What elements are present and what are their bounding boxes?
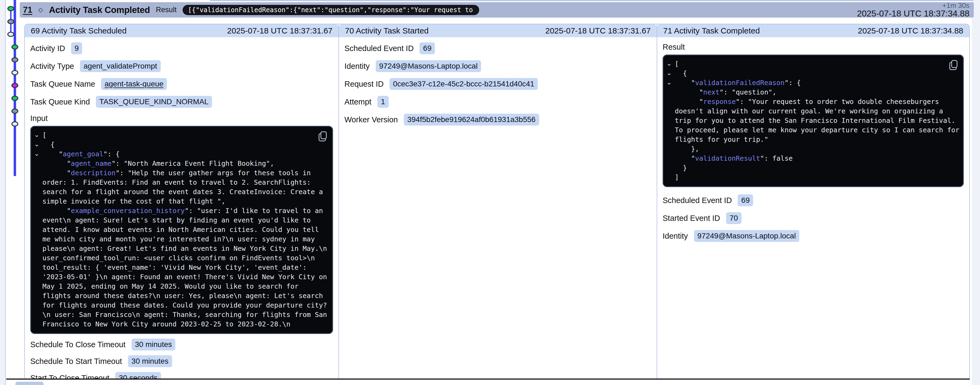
column-activity-task-started: 70 Activity Task Started 2025-07-18 UTC …	[339, 24, 657, 379]
field-row: Scheduled Event ID69	[344, 40, 651, 57]
timeline-dot[interactable]	[12, 70, 18, 75]
json-text: flights for your trip."	[675, 136, 768, 143]
timeline-dot[interactable]	[12, 96, 18, 100]
collapse-caret-icon[interactable]: ⌄	[667, 59, 672, 68]
json-key: next	[703, 88, 719, 96]
activity-diamond-icon: ◇	[38, 6, 43, 14]
code-line: please\n agent: Great! Let's find an eve…	[31, 244, 329, 253]
field-value-badge: 30 minutes	[128, 355, 172, 367]
json-text: ": "North America Event Flight Booking",	[111, 160, 274, 167]
field-label: Task Queue Name	[30, 80, 95, 89]
field-label: Scheduled Event ID	[663, 196, 732, 205]
timeline-dot[interactable]	[12, 109, 18, 113]
code-line: ⌄ "agent_goal": {	[31, 149, 329, 159]
json-text: me which city and month you're intereste…	[42, 235, 315, 243]
json-text: trip for you to attend the San Francisco…	[675, 117, 955, 124]
json-text: order: 1. FindEvents: Find an event to t…	[42, 179, 311, 186]
json-text: tool_result: { 'event_name': 'Vivid New …	[42, 263, 307, 271]
timeline-dot[interactable]	[12, 45, 18, 49]
code-line: ⌄ {	[663, 68, 960, 78]
field-row: Start To Close Timeout30 seconds	[30, 370, 333, 379]
code-line: "agent_name": "North America Event Fligh…	[31, 159, 329, 168]
field-label: Request ID	[344, 80, 383, 89]
task-queue-link[interactable]: agent-task-queue	[101, 78, 167, 90]
result-code-block: ⌄[⌄ {⌄ "validationFailedReason": { "next…	[663, 54, 964, 187]
column-timestamp: 2025-07-18 UTC 18:37:31.67	[227, 26, 332, 35]
json-text: [	[42, 131, 46, 139]
collapse-caret-icon[interactable]: ⌄	[34, 149, 40, 158]
event-detail-card: 69 Activity Task Scheduled 2025-07-18 UT…	[24, 24, 970, 379]
json-text: ": false	[760, 154, 792, 162]
json-text: doesn't align with our current goal. We'…	[675, 107, 943, 115]
event-timestamp: 2025-07-18 UTC 18:37:34.88	[857, 9, 969, 18]
field-value-badge: agent_validatePrompt	[80, 60, 161, 72]
collapse-caret-icon[interactable]: ⌄	[667, 68, 672, 78]
json-text: "	[42, 150, 63, 158]
json-text: [	[675, 60, 679, 68]
json-text: search for a flight around the event dat…	[42, 188, 323, 196]
column-body: Scheduled Event ID69Identity97249@Masons…	[339, 37, 657, 128]
code-line: for flights around these dates. Could yo…	[31, 301, 329, 310]
timeline-dot[interactable]	[12, 84, 18, 88]
field-row: Attempt1	[344, 93, 651, 111]
json-key: response	[703, 98, 735, 106]
event-id-link[interactable]: 71	[23, 5, 32, 15]
json-text: },	[675, 145, 699, 153]
column-title: 70 Activity Task Started	[345, 26, 429, 35]
json-text: for flights around these dates. Could yo…	[42, 301, 327, 309]
code-line: simple invoice for the cost of that flig…	[31, 196, 329, 206]
next-event-badge[interactable]	[15, 382, 43, 385]
field-value-badge: 0cec3e37-c12e-45c2-bccc-b21541d40c41	[390, 78, 538, 90]
json-key: description	[71, 169, 116, 177]
collapse-caret-icon[interactable]: ⌄	[34, 130, 40, 139]
timeline-dot[interactable]	[12, 122, 18, 126]
collapse-caret-icon[interactable]: ⌄	[667, 78, 672, 87]
code-line: "next": "question",	[663, 87, 960, 97]
field-row: Scheduled Event ID69	[663, 192, 964, 209]
code-line: flights around these dates?\n user: Yes,…	[31, 291, 329, 301]
field-value-badge: 69	[738, 194, 753, 206]
code-line: user_confirmed_tool_run: <user clicks co…	[31, 253, 329, 263]
code-line: ⌄ "validationFailedReason": {	[663, 78, 960, 87]
timeout-field-list: Schedule To Close Timeout30 minutesSched…	[30, 336, 333, 379]
column-title: 69 Activity Task Scheduled	[31, 26, 127, 35]
column-header: 70 Activity Task Started 2025-07-18 UTC …	[339, 24, 657, 37]
json-text: ": "Your request to order two double che…	[736, 98, 939, 106]
field-list: Activity ID9Activity Typeagent_validateP…	[30, 40, 333, 111]
field-label: Identity	[663, 232, 688, 241]
field-row: Activity Typeagent_validatePrompt	[30, 57, 333, 75]
timeline-dot[interactable]	[8, 6, 14, 11]
json-text: To proceed, please let me know your depa…	[675, 126, 959, 134]
code-line: event\n agent: Sure! Let's start by find…	[31, 215, 329, 225]
column-body: Activity ID9Activity Typeagent_validateP…	[25, 37, 339, 379]
json-text: "	[675, 88, 703, 96]
json-text: ": {	[103, 150, 120, 158]
field-value-badge: 9	[71, 43, 83, 54]
timeline-dot[interactable]	[8, 32, 14, 36]
code-line: "example_conversation_history": "user: I…	[31, 206, 329, 215]
row-divider-line	[6, 379, 970, 380]
code-line: To proceed, please let me know your depa…	[663, 125, 960, 135]
field-row: Task Queue KindTASK_QUEUE_KIND_NORMAL	[30, 93, 333, 111]
json-key: validationFailedReason	[695, 79, 784, 87]
json-text: "	[675, 98, 703, 106]
field-label: Schedule To Start Timeout	[30, 357, 122, 366]
json-text: please\n agent: Great! Let's find an eve…	[42, 245, 327, 252]
json-key: validationResult	[695, 154, 760, 162]
column-activity-task-scheduled: 69 Activity Task Scheduled 2025-07-18 UT…	[25, 24, 339, 379]
field-value-badge: 1	[377, 96, 389, 108]
event-row-collapsed[interactable]: 71 ◇ Activity Task Completed Result [{"v…	[20, 2, 974, 17]
result-preview-pill[interactable]: [{"validationFailedReason":{"next":"ques…	[183, 5, 479, 15]
timeline-dot[interactable]	[8, 19, 14, 24]
field-label: Identity	[344, 62, 370, 71]
collapse-caret-icon[interactable]: ⌄	[34, 139, 40, 149]
field-row: Started Event ID70	[663, 209, 964, 227]
field-label: Started Event ID	[663, 214, 720, 223]
input-code-block: ⌄[⌄ {⌄ "agent_goal": { "agent_name": "No…	[30, 126, 333, 334]
code-line: }	[663, 163, 960, 173]
json-text: '2023-05-01' }\n agent: Found an event! …	[42, 273, 327, 281]
field-row: Identity97249@Masons-Laptop.local	[344, 57, 651, 75]
timeline-dot[interactable]	[12, 58, 18, 62]
code-line: \n user: San Francisco\n agent: Thanks, …	[31, 310, 329, 319]
code-line: "description": "Help the user gather arg…	[31, 168, 329, 177]
